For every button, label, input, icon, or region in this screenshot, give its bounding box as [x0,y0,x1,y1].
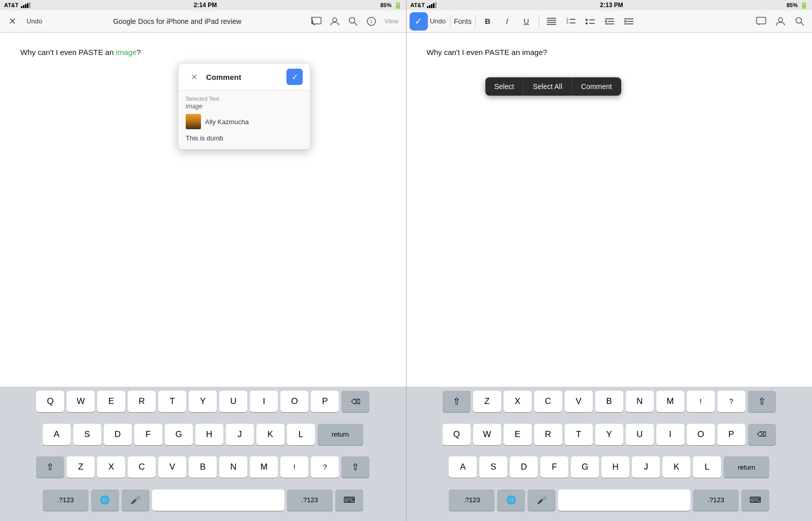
key-n-left[interactable]: N [219,456,247,478]
key-k-right[interactable]: K [662,456,690,478]
key-del-left[interactable]: ⌫ [341,391,369,412]
key-qm-right[interactable]: ? [717,391,745,412]
key-s-right[interactable]: S [479,456,507,478]
key-space-left[interactable] [152,489,284,511]
comment-icon-left[interactable] [308,13,325,30]
key-t-left[interactable]: T [158,391,186,412]
key-g-right[interactable]: G [571,456,599,478]
key-y-left[interactable]: Y [189,391,217,412]
key-ex-right[interactable]: ! [687,391,715,412]
key-c-left[interactable]: C [128,456,156,478]
key-o-left[interactable]: O [280,391,308,412]
comment-confirm-button[interactable]: ✓ [286,69,303,85]
comment-icon-right[interactable] [752,12,770,31]
key-o-right[interactable]: O [687,424,715,445]
key-m-right[interactable]: M [656,391,684,412]
key-return-right[interactable]: return [723,456,769,478]
underline-button[interactable]: U [517,12,536,31]
key-n-right[interactable]: N [626,391,654,412]
key-z-right[interactable]: Z [473,391,501,412]
key-p-right[interactable]: P [717,424,745,445]
key-l-right[interactable]: L [693,456,721,478]
key-m-left[interactable]: M [250,456,278,478]
key-comma-left[interactable]: ! [280,456,308,478]
key-e-left[interactable]: E [97,391,125,412]
key-shift2-right[interactable]: ⇧ [748,391,776,412]
key-numbers-left[interactable]: .?123 [43,489,89,511]
key-j-right[interactable]: J [632,456,660,478]
key-f-right[interactable]: F [540,456,568,478]
key-keyboard-right[interactable]: ⌨ [741,489,769,511]
key-s-left[interactable]: S [73,424,101,445]
key-i-right[interactable]: I [656,424,684,445]
key-a-right[interactable]: A [449,456,477,478]
key-shift2-left[interactable]: ⇧ [341,456,369,478]
unordered-list-button[interactable] [581,12,599,31]
key-mic-left[interactable]: 🎤 [122,489,150,511]
key-z-left[interactable]: Z [67,456,95,478]
comment-close-button[interactable]: ✕ [186,71,202,83]
indent-increase-button[interactable] [620,12,638,31]
key-l-left[interactable]: L [287,424,315,445]
people-icon-right[interactable] [771,12,790,31]
context-comment[interactable]: Comment [572,77,621,96]
key-return-left[interactable]: return [317,424,363,445]
key-d-left[interactable]: D [104,424,132,445]
key-a-left[interactable]: A [43,424,71,445]
search-icon-right[interactable] [791,12,809,31]
key-k-left[interactable]: K [256,424,284,445]
key-dotqm-left[interactable]: .?123 [287,489,333,511]
key-del-right[interactable]: ⌫ [748,424,776,445]
info-icon-left[interactable]: i [363,13,380,30]
key-c-right[interactable]: C [534,391,562,412]
key-w-right[interactable]: W [473,424,501,445]
align-button[interactable] [542,12,561,31]
view-button-left[interactable]: View [382,13,402,30]
key-x-right[interactable]: X [504,391,532,412]
key-q-left[interactable]: Q [36,391,64,412]
key-y-right[interactable]: Y [595,424,623,445]
search-icon-left[interactable] [345,13,361,30]
key-period-left[interactable]: ? [311,456,339,478]
context-select[interactable]: Select [485,77,524,96]
key-b-right[interactable]: B [595,391,623,412]
key-u-left[interactable]: U [219,391,247,412]
key-j-left[interactable]: J [226,424,254,445]
key-f-left[interactable]: F [134,424,162,445]
key-r-left[interactable]: R [128,391,156,412]
key-x-left[interactable]: X [97,456,125,478]
key-d-right[interactable]: D [510,456,538,478]
key-shift-right[interactable]: ⇧ [443,391,471,412]
key-i-left[interactable]: I [250,391,278,412]
ordered-list-button[interactable]: 1. 2. [562,12,580,31]
context-select-all[interactable]: Select All [524,77,572,96]
key-dotqm-right[interactable]: .?123 [693,489,739,511]
key-r-right[interactable]: R [534,424,562,445]
undo-button-right[interactable]: Undo [429,12,447,31]
key-numbers-right[interactable]: .?123 [449,489,495,511]
check-button-right[interactable]: ✓ [410,12,428,31]
key-g-left[interactable]: G [165,424,193,445]
key-globe-right[interactable]: 🌐 [497,489,525,511]
close-button[interactable]: ✕ [4,14,20,28]
indent-decrease-button[interactable] [600,12,619,31]
key-u-right[interactable]: U [626,424,654,445]
italic-button[interactable]: I [498,12,516,31]
key-w-left[interactable]: W [67,391,95,412]
key-shift-left[interactable]: ⇧ [36,456,64,478]
key-e-right[interactable]: E [504,424,532,445]
key-mic-right[interactable]: 🎤 [528,489,556,511]
key-v-left[interactable]: V [158,456,186,478]
people-icon-left[interactable] [327,13,343,30]
fonts-button[interactable]: Fonts [454,12,472,31]
key-q-right[interactable]: Q [443,424,471,445]
key-h-right[interactable]: H [601,456,629,478]
undo-button-left[interactable]: Undo [22,13,46,30]
key-b-left[interactable]: B [189,456,217,478]
key-h-left[interactable]: H [195,424,223,445]
bold-button[interactable]: B [479,12,497,31]
key-space-right[interactable] [558,489,690,511]
key-p-left[interactable]: P [311,391,339,412]
key-v-right[interactable]: V [565,391,593,412]
key-keyboard-left[interactable]: ⌨ [335,489,363,511]
